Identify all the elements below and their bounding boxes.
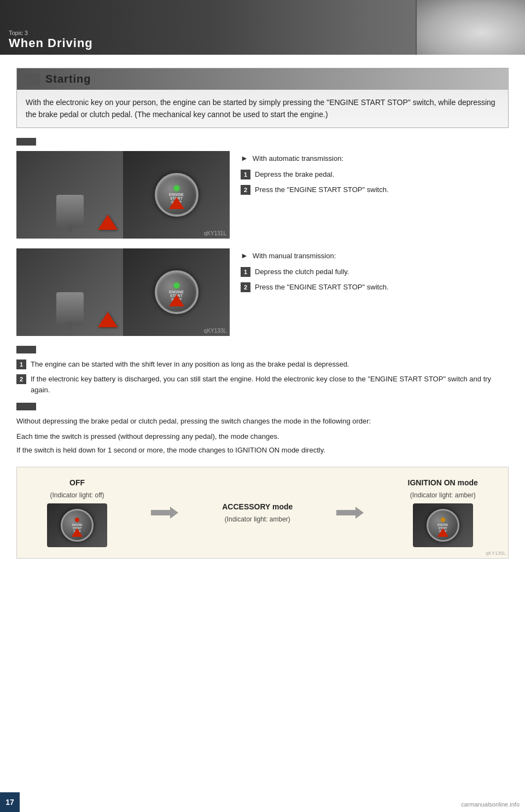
diagram-btn-arrow-2 (438, 528, 448, 537)
engine-btn-right: ENGINE START STOP (123, 151, 230, 239)
btn-arrow-red (169, 197, 184, 209)
off-label: OFF (69, 478, 85, 487)
starting-description: With the electronic key on your person, … (17, 90, 508, 127)
off-sub: (Indicator light: off) (50, 491, 104, 499)
instruction-section-automatic: ENGINE START STOP qKY131L ► With automat… (16, 151, 509, 239)
diagram-arrow-2 (336, 504, 364, 521)
arrow-icon-2: ► (241, 251, 248, 260)
indicator-sub: (Indicator light: amber) (225, 515, 290, 523)
arrow-red-2 (98, 312, 118, 327)
note-line1: Each time the switch is pressed (without… (16, 431, 509, 442)
step-badge-3: 1 (241, 267, 250, 277)
notes-section-1: 1 The engine can be started with the shi… (16, 346, 509, 396)
btn-arrow-red-2 (169, 294, 184, 306)
instruction-images-1: ENGINE START STOP qKY131L (16, 151, 230, 239)
amber-indicator (441, 518, 445, 522)
page-title: When Driving (9, 36, 93, 50)
starting-section-box: Starting With the electronic key on your… (16, 68, 509, 128)
step-2-manual: 2 Press the "ENGINE START STOP" switch. (241, 282, 509, 293)
red-indicator (75, 518, 79, 522)
ignition-btn: ENGINE START STOP (427, 509, 459, 542)
note-2: 2 If the electronic key battery is disch… (16, 374, 509, 395)
step-badge-2: 2 (241, 185, 250, 195)
page-header: Topic 3 When Driving (0, 0, 525, 55)
svg-marker-1 (336, 507, 364, 519)
header-text-block: Topic 3 When Driving (0, 25, 102, 55)
ignition-label: IGNITION ON mode (408, 478, 478, 487)
brake-pedal-image: ENGINE START STOP qKY131L (16, 151, 230, 239)
diagram-arrow-1 (151, 504, 178, 521)
arrow-bullet-auto: ► With automatic transmission: (241, 153, 509, 164)
step-text-4: Press the "ENGINE START STOP" switch. (255, 282, 389, 293)
clutch-shape (56, 292, 84, 325)
arrow-red-1 (98, 214, 118, 230)
arrow-text-2: With manual transmission: (253, 251, 336, 262)
note-text-2: If the electronic key battery is dischar… (31, 374, 509, 395)
instruction-images-2: ENGINE START STOP qKY133L (16, 248, 230, 336)
arrow-bullet-manual: ► With manual transmission: (241, 251, 509, 262)
ignition-sub: (Indicator light: amber) (410, 491, 476, 499)
diagram-img-label: qKY135L (486, 550, 506, 556)
step-badge-4: 2 (241, 282, 250, 292)
engine-start-stop-btn-2: ENGINE START STOP (155, 270, 199, 314)
section-bar-1 (16, 138, 36, 146)
arrow-icon-1: ► (241, 154, 248, 163)
instruction-section-manual: ENGINE START STOP qKY133L ► With manual … (16, 248, 509, 336)
page-number: 17 (0, 792, 20, 812)
watermark: carmanualsonline.info (461, 801, 520, 808)
off-btn: ENGINE START STOP (61, 509, 94, 542)
instruction-text-1: ► With automatic transmission: 1 Depress… (241, 151, 509, 239)
green-indicator (174, 185, 179, 191)
accessory-box: ACCESSORY mode (Indicator light: amber) (222, 502, 293, 523)
off-box: OFF (Indicator light: off) ENGINE START … (47, 478, 107, 547)
accessory-label: ACCESSORY mode (222, 502, 293, 511)
image-label-2: qKY133L (204, 328, 226, 334)
header-car-image (416, 0, 525, 55)
starting-title: Starting (45, 73, 91, 85)
step-1-auto: 1 Depress the brake pedal. (241, 169, 509, 180)
note-badge-1: 1 (16, 359, 26, 369)
arrow-svg-2 (336, 504, 364, 521)
pedal-left (16, 151, 123, 239)
engine-start-stop-btn-1: ENGINE START STOP (155, 173, 199, 217)
engine-btn-right-2: ENGINE START STOP (123, 248, 230, 336)
off-image: ENGINE START STOP (47, 503, 107, 547)
step-text-2: Press the "ENGINE START STOP" switch. (255, 184, 389, 195)
arrow-text-1: With automatic transmission: (253, 153, 343, 164)
mode-diagram: OFF (Indicator light: off) ENGINE START … (16, 467, 509, 559)
step-text-3: Depress the clutch pedal fully. (255, 266, 349, 277)
ignition-image: ENGINE START STOP (413, 503, 473, 547)
pedal-shape (56, 195, 84, 228)
main-content: Starting With the electronic key on your… (0, 55, 525, 572)
note-1: 1 The engine can be started with the shi… (16, 359, 509, 370)
notes-bar-2 (16, 403, 36, 410)
step-1-manual: 1 Depress the clutch pedal fully. (241, 266, 509, 277)
note-intro: Without depressing the brake pedal or cl… (16, 416, 509, 427)
green-indicator-2 (174, 283, 179, 288)
note-text-1: The engine can be started with the shift… (31, 359, 349, 370)
step-text-1: Depress the brake pedal. (255, 169, 334, 180)
note-line2: If the switch is held down for 1 second … (16, 445, 509, 456)
clutch-pedal-image: ENGINE START STOP qKY133L (16, 248, 230, 336)
note-badge-2: 2 (16, 374, 26, 384)
clutch-left (16, 248, 123, 336)
diagram-btn-arrow-1 (72, 528, 83, 537)
topic-label: Topic 3 (9, 30, 93, 36)
step-2-auto: 2 Press the "ENGINE START STOP" switch. (241, 184, 509, 195)
notes-section-2: Without depressing the brake pedal or cl… (16, 403, 509, 456)
starting-icon (25, 73, 40, 85)
step-badge-1: 1 (241, 170, 250, 179)
starting-title-bar: Starting (17, 68, 508, 90)
arrow-svg-1 (151, 504, 178, 521)
image-label-1: qKY131L (204, 230, 226, 236)
notes-bar-1 (16, 346, 36, 353)
svg-marker-0 (151, 507, 178, 519)
instruction-text-2: ► With manual transmission: 1 Depress th… (241, 248, 509, 336)
ignition-box: IGNITION ON mode (Indicator light: amber… (408, 478, 478, 547)
